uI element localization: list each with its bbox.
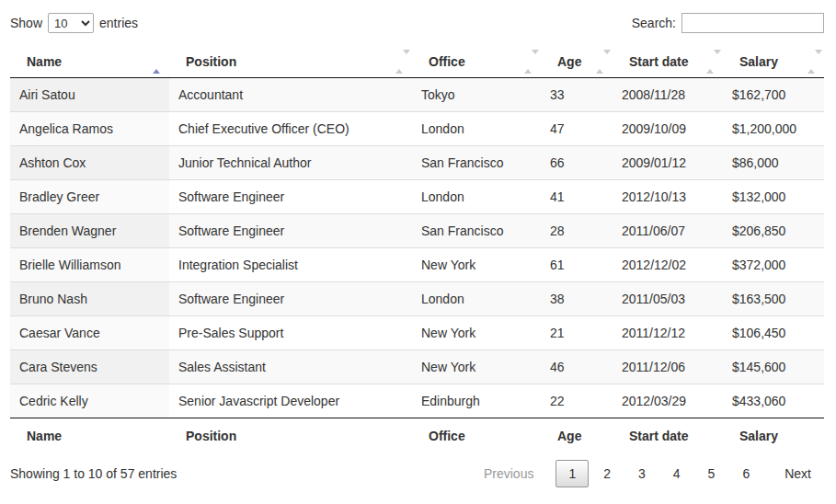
column-header-office[interactable]: Office (412, 46, 541, 78)
next-page-button[interactable]: Next (772, 460, 824, 487)
page-button-3[interactable]: 3 (625, 460, 658, 487)
column-header-age[interactable]: Age (541, 46, 613, 78)
column-label: Salary (739, 54, 778, 69)
datatable-wrapper: Show 10 entries Search: Name Position (0, 0, 836, 487)
sort-both-icon (706, 54, 714, 69)
cell-position: Software Engineer (169, 214, 412, 248)
cell-office: London (412, 112, 541, 146)
column-header-name[interactable]: Name (10, 46, 169, 78)
table-row: Cara StevensSales AssistantNew York46201… (10, 350, 824, 384)
cell-age: 28 (541, 214, 613, 248)
cell-age: 21 (541, 316, 613, 350)
entries-label: entries (99, 16, 138, 30)
page-button-5[interactable]: 5 (695, 460, 728, 487)
footer-column-name: Name (10, 418, 169, 452)
cell-age: 66 (541, 146, 613, 180)
cell-name: Brielle Williamson (10, 248, 169, 282)
page-button-1[interactable]: 1 (555, 460, 589, 487)
cell-age: 41 (541, 180, 613, 214)
page-length-control: Show 10 entries (10, 13, 138, 33)
table-row: Brenden WagnerSoftware EngineerSan Franc… (10, 214, 824, 248)
cell-start-date: 2009/01/12 (613, 146, 723, 180)
search-input[interactable] (681, 13, 824, 33)
page-length-select[interactable]: 10 (48, 13, 94, 33)
cell-age: 47 (541, 112, 613, 146)
cell-position: Integration Specialist (169, 248, 412, 282)
cell-name: Airi Satou (10, 78, 169, 112)
pagination: Previous 123456 Next (469, 460, 824, 487)
cell-position: Chief Executive Officer (CEO) (169, 112, 412, 146)
cell-start-date: 2012/10/13 (613, 180, 723, 214)
pagination-pages: 123456 (554, 460, 762, 487)
table-row: Airi SatouAccountantTokyo332008/11/28$16… (10, 78, 824, 112)
column-label: Position (186, 54, 236, 69)
table-row: Caesar VancePre-Sales SupportNew York212… (10, 316, 824, 350)
table-row: Cedric KellySenior Javascript DeveloperE… (10, 384, 824, 418)
cell-age: 38 (541, 282, 613, 316)
cell-age: 46 (541, 350, 613, 384)
cell-salary: $163,500 (723, 282, 824, 316)
previous-page-button[interactable]: Previous (471, 460, 546, 487)
sort-both-icon (596, 54, 603, 69)
cell-office: Tokyo (412, 78, 541, 112)
column-header-position[interactable]: Position (169, 46, 412, 78)
cell-name: Angelica Ramos (10, 112, 169, 146)
table-row: Bradley GreerSoftware EngineerLondon4120… (10, 180, 824, 214)
cell-start-date: 2012/03/29 (613, 384, 723, 418)
cell-office: San Francisco (412, 214, 541, 248)
footer-column-age: Age (541, 418, 613, 452)
show-label: Show (10, 16, 42, 30)
cell-salary: $433,060 (723, 384, 824, 418)
cell-position: Junior Technical Author (169, 146, 412, 180)
cell-start-date: 2008/11/28 (613, 78, 723, 112)
table-footer: Name Position Office Age Start date Sala… (10, 418, 824, 452)
cell-position: Pre-Sales Support (169, 316, 412, 350)
column-label: Start date (629, 54, 689, 69)
table-controls: Show 10 entries Search: (10, 9, 824, 37)
sort-both-icon (395, 54, 403, 69)
table-bottom-bar: Showing 1 to 10 of 57 entries Previous 1… (10, 460, 824, 487)
column-header-salary[interactable]: Salary (723, 46, 824, 78)
cell-name: Cara Stevens (10, 350, 169, 384)
cell-salary: $86,000 (723, 146, 824, 180)
table-row: Brielle WilliamsonIntegration Specialist… (10, 248, 824, 282)
search-control: Search: (632, 13, 824, 33)
table-row: Bruno NashSoftware EngineerLondon382011/… (10, 282, 824, 316)
footer-column-office: Office (412, 418, 541, 452)
column-header-start-date[interactable]: Start date (613, 46, 723, 78)
footer-column-position: Position (169, 418, 412, 452)
table-header: Name Position Office Age Start date (10, 46, 824, 78)
cell-office: New York (412, 350, 541, 384)
cell-position: Software Engineer (169, 180, 412, 214)
cell-start-date: 2011/05/03 (613, 282, 723, 316)
page-button-6[interactable]: 6 (729, 460, 762, 487)
cell-position: Accountant (169, 78, 412, 112)
cell-name: Bruno Nash (10, 282, 169, 316)
cell-age: 33 (541, 78, 613, 112)
cell-office: San Francisco (412, 146, 541, 180)
data-table: Name Position Office Age Start date (10, 46, 824, 452)
cell-salary: $372,000 (723, 248, 824, 282)
table-row: Angelica RamosChief Executive Officer (C… (10, 112, 824, 146)
page-button-4[interactable]: 4 (660, 460, 693, 487)
cell-start-date: 2011/12/06 (613, 350, 723, 384)
cell-salary: $162,700 (723, 78, 824, 112)
cell-age: 61 (541, 248, 613, 282)
cell-salary: $1,200,000 (723, 112, 824, 146)
cell-name: Brenden Wagner (10, 214, 169, 248)
cell-salary: $106,450 (723, 316, 824, 350)
cell-salary: $132,000 (723, 180, 824, 214)
cell-office: London (412, 282, 541, 316)
table-info: Showing 1 to 10 of 57 entries (10, 466, 177, 481)
page-button-2[interactable]: 2 (590, 460, 624, 487)
cell-position: Sales Assistant (169, 350, 412, 384)
cell-office: New York (412, 316, 541, 350)
cell-office: Edinburgh (412, 384, 541, 418)
cell-start-date: 2012/12/02 (613, 248, 723, 282)
search-label: Search: (632, 16, 676, 30)
sort-both-icon (807, 54, 815, 69)
cell-start-date: 2011/06/07 (613, 214, 723, 248)
sort-both-icon (524, 54, 532, 69)
column-label: Age (557, 54, 581, 69)
cell-name: Ashton Cox (10, 146, 169, 180)
